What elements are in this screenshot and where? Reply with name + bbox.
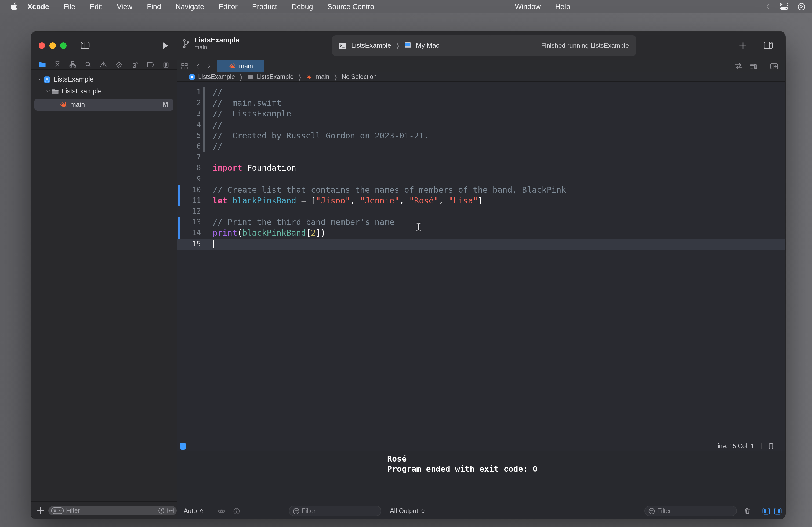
- apple-menu-icon[interactable]: [11, 2, 18, 11]
- code-line-10[interactable]: 10// Create list that contains the names…: [177, 184, 785, 195]
- menu-view[interactable]: View: [117, 2, 132, 11]
- console-line: Rosé: [387, 454, 785, 464]
- tests-icon[interactable]: [115, 61, 122, 68]
- code-line-15[interactable]: 15: [177, 239, 785, 249]
- variables-filter-field[interactable]: [289, 506, 381, 516]
- toggle-console-icon[interactable]: [774, 507, 782, 515]
- source-editor[interactable]: 1//2// main.swift3// ListsExample4//5// …: [177, 81, 785, 447]
- code-line-4[interactable]: 4//: [177, 119, 785, 130]
- quicklook-eye-icon[interactable]: [217, 508, 225, 514]
- close-button[interactable]: [39, 42, 45, 49]
- code-line-12[interactable]: 12: [177, 206, 785, 217]
- code-line-5[interactable]: 5// Created by Russell Gordon on 2023-01…: [177, 131, 785, 141]
- code-line-14[interactable]: 14print(blackPinkBand[2]): [177, 228, 785, 239]
- tree-row-listsexample[interactable]: ListsExample: [31, 85, 177, 97]
- activity-status-text: Finished running ListsExample: [541, 42, 636, 49]
- code-line-7[interactable]: 7: [177, 152, 785, 163]
- tree-row-listsexample[interactable]: ListsExample: [31, 74, 177, 85]
- bottombar-split-divider: [385, 502, 385, 519]
- code-review-icon[interactable]: [735, 60, 743, 73]
- menu-debug[interactable]: Debug: [292, 2, 313, 11]
- debug-gauge-icon[interactable]: [131, 61, 138, 68]
- jumpbar-label: main: [316, 74, 330, 80]
- code-line-13[interactable]: 13// Print the third band member's name: [177, 217, 785, 228]
- chevron-left-icon[interactable]: [765, 3, 771, 10]
- navigator-filter-input[interactable]: [64, 507, 158, 514]
- issues-icon[interactable]: [100, 61, 107, 67]
- breakpoints-icon[interactable]: [147, 61, 154, 67]
- menu-file[interactable]: File: [64, 2, 75, 11]
- add-item-button[interactable]: [37, 506, 45, 514]
- jumpbar-segment-listsexample[interactable]: ListsExample: [247, 74, 293, 80]
- variables-filter-input[interactable]: [300, 508, 387, 514]
- reports-icon[interactable]: [163, 61, 169, 68]
- scheme-selector[interactable]: ListsExample ❭ My Mac: [332, 35, 495, 56]
- disclosure-chevron-icon[interactable]: [45, 89, 52, 94]
- toggle-navigator-icon[interactable]: [81, 41, 90, 49]
- jumpbar-segment-listsexample[interactable]: ListsExample: [188, 73, 235, 80]
- console-filter-field[interactable]: [644, 506, 737, 516]
- code-line-2[interactable]: 2// main.swift: [177, 98, 785, 108]
- navigator-filter-field[interactable]: [48, 506, 177, 515]
- text-cursor: [213, 240, 214, 248]
- updown-chevron-icon: [420, 508, 425, 514]
- console-output[interactable]: RoséProgram ended with exit code: 0: [385, 451, 785, 502]
- toggle-variables-view-icon[interactable]: [762, 507, 770, 515]
- code-line-3[interactable]: 3// ListsExample: [177, 109, 785, 119]
- toggle-inspector-icon[interactable]: [764, 41, 773, 49]
- menu-edit[interactable]: Edit: [90, 2, 103, 11]
- symbols-icon[interactable]: [69, 61, 76, 67]
- go-forward-icon[interactable]: [206, 60, 212, 73]
- jumpbar-segment-main[interactable]: main: [306, 73, 330, 80]
- variables-view[interactable]: [177, 451, 385, 502]
- control-center-icon[interactable]: [780, 3, 788, 10]
- adjust-editor-options-icon[interactable]: [750, 60, 758, 73]
- run-button[interactable]: [162, 41, 169, 50]
- find-icon[interactable]: [85, 61, 91, 67]
- scheme-destination[interactable]: My Mac: [416, 42, 439, 49]
- console-filter-input[interactable]: [655, 508, 742, 514]
- clear-console-icon[interactable]: [744, 507, 751, 515]
- tree-row-main[interactable]: mainM: [31, 99, 177, 110]
- scheme-target[interactable]: ListsExample: [351, 42, 391, 49]
- jumpbar-segment-no-selection[interactable]: No Selection: [342, 74, 376, 80]
- add-editor-icon[interactable]: [770, 60, 778, 73]
- go-back-icon[interactable]: [195, 60, 201, 73]
- menu-window[interactable]: Window: [515, 2, 541, 11]
- minimize-button[interactable]: [49, 42, 56, 49]
- filter-menu-icon[interactable]: [51, 507, 64, 514]
- progress-circle-icon[interactable]: [798, 2, 806, 11]
- recent-files-icon[interactable]: [158, 507, 165, 514]
- zoom-button[interactable]: [60, 42, 67, 49]
- menu-navigate[interactable]: Navigate: [176, 2, 204, 11]
- updown-chevron-icon: [199, 508, 204, 514]
- related-items-icon[interactable]: [181, 60, 188, 73]
- project-navigator-icon[interactable]: [39, 61, 46, 67]
- code-line-8[interactable]: 8import Foundation: [177, 163, 785, 174]
- menu-source-control[interactable]: Source Control: [328, 2, 376, 11]
- code-line-11[interactable]: 11let blackPinkBand = ["Jisoo", "Jennie"…: [177, 195, 785, 206]
- editor-mode-icon[interactable]: [180, 442, 186, 450]
- menu-editor[interactable]: Editor: [219, 2, 238, 11]
- menu-find[interactable]: Find: [147, 2, 161, 11]
- library-add-icon[interactable]: [739, 42, 747, 50]
- code-line-6[interactable]: 6//: [177, 141, 785, 152]
- console-line: Program ended with exit code: 0: [387, 464, 785, 475]
- breadcrumb-chevron: ❭: [239, 73, 244, 81]
- line-number: 9: [177, 174, 201, 184]
- source-control-status-icon[interactable]: [167, 507, 174, 514]
- variables-scope-selector[interactable]: Auto: [184, 507, 204, 515]
- source-control-icon[interactable]: [54, 61, 61, 67]
- code-line-1[interactable]: 1//: [177, 87, 785, 98]
- info-icon[interactable]: [233, 508, 240, 514]
- navigator-sidebar: ListsExampleListsExamplemainM: [31, 60, 177, 519]
- menu-help[interactable]: Help: [555, 2, 570, 11]
- device-preview-icon[interactable]: [767, 442, 774, 450]
- code-line-9[interactable]: 9: [177, 174, 785, 184]
- line-number: 12: [177, 206, 201, 217]
- disclosure-chevron-icon[interactable]: [37, 77, 44, 82]
- console-scope-selector[interactable]: All Output: [390, 507, 425, 515]
- menu-product[interactable]: Product: [252, 2, 277, 11]
- menu-xcode[interactable]: Xcode: [27, 2, 49, 11]
- tab-main[interactable]: main: [217, 60, 264, 73]
